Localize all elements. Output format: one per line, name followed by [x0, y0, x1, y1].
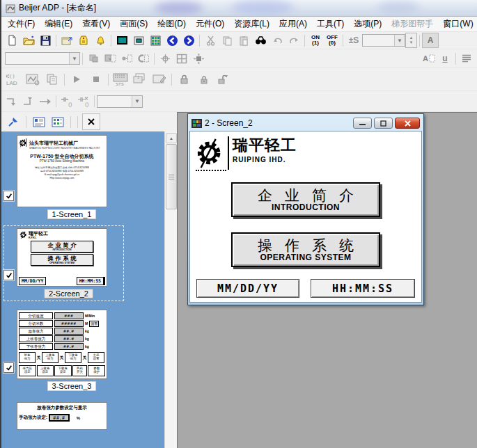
mini-os-button: 操作系统 OPERATING SYSTEM — [31, 254, 93, 266]
screen-item-3[interactable]: 分切速度###M/Min 分切米数#####M清零 放卷张力##.#kg 上收卷… — [3, 310, 127, 391]
menu-draw[interactable]: 绘图(D) — [153, 17, 191, 31]
gear-logo-icon — [19, 138, 28, 148]
mini-logo-en: R.P.R.I. — [29, 237, 48, 239]
svg-text:STS: STS — [116, 82, 124, 86]
object-combo[interactable]: ▼ — [5, 52, 80, 65]
menu-window[interactable]: 窗口(W) — [438, 17, 477, 31]
time-display[interactable]: HH:MM:SS — [311, 279, 415, 298]
small-screen-icon[interactable] — [130, 33, 147, 48]
menu-file[interactable]: 文件(F) — [3, 17, 40, 31]
screen-icon[interactable] — [114, 33, 130, 48]
screen-4-title: 放卷张力参数设定与显示 — [19, 405, 105, 411]
menu-library[interactable]: 资源库(L) — [229, 17, 274, 31]
menubar: 文件(F) 编辑(E) 查看(V) 画面(S) 绘图(D) 元件(O) 资源库(… — [1, 17, 477, 32]
screens-stack-icon: 1 — [130, 70, 150, 89]
find-icon[interactable] — [252, 33, 269, 48]
line-right-icon — [37, 94, 54, 109]
screen2-canvas[interactable]: 瑞平轻工 RUIPING IHD. 企业简介 INTRODUCTION 操作系统… — [189, 131, 422, 303]
beijer-adp-window: Beijer ADP - [未命名] 文件(F) 编辑(E) 查看(V) 画面(… — [0, 0, 477, 448]
thumbnail-view-icon[interactable] — [31, 114, 47, 129]
menu-edit[interactable]: 编辑(E) — [40, 17, 77, 31]
next-screen-icon[interactable] — [180, 33, 197, 48]
menu-tools[interactable]: 工具(T) — [312, 17, 349, 31]
screen-2-checkbox[interactable] — [3, 270, 14, 280]
screen-2-thumbnail[interactable]: 瑞平轻工 R.P.R.I. 企业简介 INTRODUCTION 操作系统 OPE… — [17, 228, 107, 287]
paste-region-icon — [102, 51, 118, 66]
menu-screen[interactable]: 画面(S) — [115, 17, 153, 31]
mdi-workspace: 2 - Screen_2 — [177, 112, 477, 448]
screen-item-2[interactable]: 瑞平轻工 R.P.R.I. 企业简介 INTRODUCTION 操作系统 OPE… — [3, 225, 124, 301]
open-folder-icon[interactable] — [20, 33, 37, 48]
screen2-window[interactable]: 2 - Screen_2 — [187, 113, 424, 305]
text-tool-icon[interactable]: A — [422, 33, 439, 48]
set-off-button[interactable]: OFF(0) — [324, 33, 341, 48]
menu-options[interactable]: 选项(P) — [349, 17, 386, 31]
separator — [56, 35, 56, 47]
close-icon[interactable] — [82, 113, 100, 130]
screen-3-label[interactable]: 3-Screen_3 — [47, 381, 97, 391]
menu-view[interactable]: 查看(V) — [77, 17, 115, 31]
screen-properties-icon[interactable] — [58, 33, 75, 48]
on-sub: (1) — [312, 40, 319, 46]
alarm-bell-icon[interactable] — [92, 33, 109, 48]
new-doc-icon[interactable] — [3, 33, 20, 48]
separator — [70, 116, 71, 128]
date-display[interactable]: MM/DD/YY — [196, 279, 299, 298]
save-icon[interactable] — [37, 33, 54, 48]
screen-3-thumbnail[interactable]: 分切速度###M/Min 分切米数#####M清零 放卷张力##.#kg 上收卷… — [17, 310, 107, 379]
screen-1-checkbox[interactable] — [3, 191, 14, 201]
set-on-button[interactable]: ON(1) — [307, 33, 324, 48]
separator — [82, 53, 83, 65]
separator — [108, 74, 109, 86]
screen-2-label[interactable]: 2-Screen_2 — [44, 289, 93, 298]
web-line: Http://www.strpqg.com — [19, 177, 105, 180]
contact-icon: () — [58, 94, 75, 109]
close-window-icon[interactable] — [395, 118, 420, 129]
lock-icon — [174, 70, 194, 89]
menu-object[interactable]: 元件(O) — [191, 17, 229, 31]
state-spinner[interactable]: ▲▼ — [405, 33, 417, 48]
screen-3-checkbox[interactable] — [3, 362, 14, 373]
stop-icon — [86, 70, 106, 89]
restore-button[interactable] — [374, 118, 393, 129]
screen-1-thumbnail[interactable]: 汕头市瑞平轻工机械厂 SHANTOU RUIPING LIGHT INDUSTR… — [17, 135, 107, 207]
screen-item-1[interactable]: 汕头市瑞平轻工机械厂 SHANTOU RUIPING LIGHT INDUSTR… — [3, 135, 127, 219]
device-combo[interactable]: ▼ — [97, 95, 143, 108]
operating-system-button[interactable]: 操作系统 OPERATING SYSTEM — [231, 232, 380, 267]
panel-scrollbar[interactable]: ▲ — [164, 131, 177, 448]
pin-icon[interactable] — [5, 114, 22, 129]
state-combo[interactable]: ▼ — [362, 34, 405, 47]
minimize-button[interactable] — [353, 118, 372, 129]
layer-copy-icon — [85, 51, 102, 66]
window-controls — [353, 118, 420, 129]
screen-window-icon — [191, 119, 202, 128]
separator — [343, 35, 343, 47]
text-format-group: A u — [420, 51, 475, 66]
prev-screen-icon[interactable] — [164, 33, 180, 48]
char-box-icon: A — [420, 51, 437, 66]
screen-4-thumbnail[interactable]: 放卷张力参数设定与显示 手动张力设定: ##.# % — [17, 402, 107, 430]
scroll-up-icon[interactable]: ▲ — [166, 133, 177, 143]
mini-date-field: MM/DD/YY — [19, 277, 46, 285]
company-name-en: SHANTOU RUIPING LIGHT INDUSTRY MACHINERY… — [29, 147, 100, 150]
menu-application[interactable]: 应用(A) — [274, 17, 312, 31]
coil-icon: () — [75, 94, 92, 109]
run-icon — [67, 70, 86, 89]
scrollbar-thumb[interactable] — [166, 144, 177, 209]
screen-item-4[interactable]: 放卷张力参数设定与显示 手动张力设定: ##.# % — [3, 402, 127, 430]
detail-view-icon[interactable] — [49, 114, 66, 129]
gear-logo-icon — [19, 230, 28, 239]
logo-dotted-rule — [196, 170, 226, 171]
aero-blur-decoration — [377, 1, 419, 13]
screen-list: 汕头市瑞平轻工机械厂 SHANTOU RUIPING LIGHT INDUSTR… — [1, 131, 164, 448]
snap-state-button[interactable]: ±S — [345, 33, 362, 48]
paste-icon — [235, 33, 252, 48]
introduction-button[interactable]: 企业简介 INTRODUCTION — [231, 182, 380, 217]
screen2-window-titlebar[interactable]: 2 - Screen_2 — [189, 115, 422, 131]
tag-icon[interactable] — [75, 33, 92, 48]
tiled-screens-icon[interactable] — [147, 33, 164, 48]
undo-icon — [269, 33, 286, 48]
ladder-lad-icon: ⑆()LAD — [3, 70, 23, 89]
screen-1-label[interactable]: 1-Screen_1 — [47, 209, 97, 219]
mini-time-field: HH:MM:SS — [77, 277, 105, 285]
